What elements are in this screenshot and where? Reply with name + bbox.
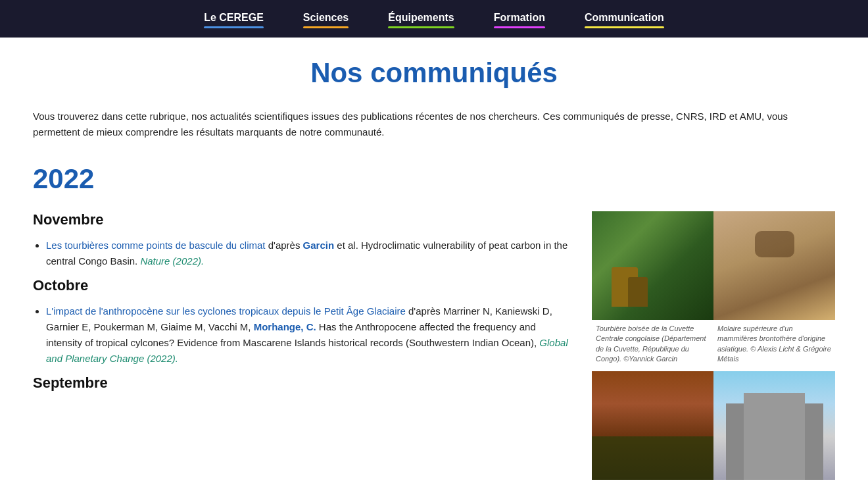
image-tourbiere — [592, 211, 713, 320]
nav-item-cerege[interactable]: Le CEREGE — [204, 0, 264, 38]
month-heading-septembre: Septembre — [33, 375, 572, 392]
articles-column: Novembre Les tourbières comme points de … — [33, 211, 572, 490]
article-link-tourbiere[interactable]: Les tourbières comme points de bascule d… — [46, 240, 266, 251]
month-section-novembre: Novembre Les tourbières comme points de … — [33, 211, 572, 269]
image-cyclones — [592, 371, 713, 480]
month-heading-novembre: Novembre — [33, 211, 572, 228]
nav-item-formation[interactable]: Formation — [494, 0, 545, 38]
image-block-tourbiere: Tourbière boisée de la Cuvette Centrale … — [592, 211, 713, 371]
articles-list-octobre: L'impact de l'anthropocène sur les cyclo… — [33, 303, 572, 367]
journal-link-nature[interactable]: Nature (2022). — [140, 255, 204, 267]
author-garcin: Garcin — [303, 240, 335, 251]
nav-item-communication[interactable]: Communication — [585, 0, 664, 38]
author-morhange: Morhange, C. — [254, 321, 316, 332]
image-caption-cyclones — [592, 480, 713, 490]
articles-list-novembre: Les tourbières comme points de bascule d… — [33, 238, 572, 269]
nav-item-sciences[interactable]: Sciences — [303, 0, 349, 38]
image-block-cyclones — [592, 371, 713, 490]
intro-text: Vous trouverez dans cette rubrique, nos … — [33, 109, 835, 140]
image-block-molaire: Molaire supérieure d'un mammifères bront… — [713, 211, 835, 371]
list-item: L'impact de l'anthropocène sur les cyclo… — [46, 303, 572, 367]
image-building — [713, 371, 835, 480]
nav-item-equipements[interactable]: Équipements — [388, 0, 454, 38]
list-item: Les tourbières comme points de bascule d… — [46, 238, 572, 269]
image-block-building — [713, 371, 835, 490]
main-content: Nos communiqués Vous trouverez dans cett… — [13, 38, 855, 491]
image-caption-molaire: Molaire supérieure d'un mammifères bront… — [713, 320, 835, 371]
article-link-cyclones[interactable]: L'impact de l'anthropocène sur les cyclo… — [46, 305, 406, 317]
content-layout: Novembre Les tourbières comme points de … — [33, 211, 835, 490]
image-caption-building — [713, 480, 835, 490]
month-section-septembre: Septembre — [33, 375, 572, 392]
month-section-octobre: Octobre L'impact de l'anthropocène sur l… — [33, 277, 572, 367]
year-heading: 2022 — [33, 163, 835, 195]
article-text-1: d'après — [266, 240, 303, 251]
month-heading-octobre: Octobre — [33, 277, 572, 294]
images-column: Tourbière boisée de la Cuvette Centrale … — [592, 211, 835, 490]
page-title: Nos communiqués — [33, 57, 835, 89]
main-nav: Le CEREGE Sciences Équipements Formation… — [0, 0, 868, 38]
image-molaire — [713, 211, 835, 320]
image-caption-tourbiere: Tourbière boisée de la Cuvette Centrale … — [592, 320, 713, 371]
